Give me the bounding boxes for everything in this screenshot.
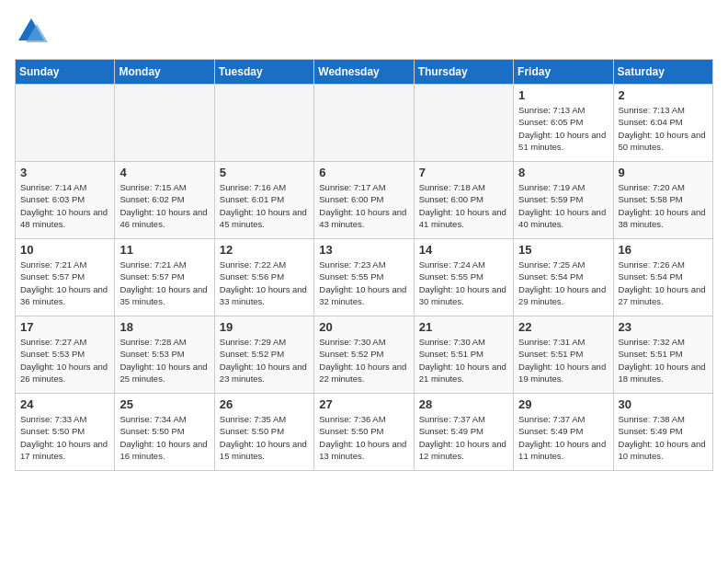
calendar-cell: 13Sunrise: 7:23 AMSunset: 5:55 PMDayligh…	[314, 239, 414, 316]
calendar-cell: 26Sunrise: 7:35 AMSunset: 5:50 PMDayligh…	[214, 394, 313, 471]
cell-content: Sunrise: 7:30 AMSunset: 5:51 PMDaylight:…	[419, 336, 508, 385]
calendar-cell: 16Sunrise: 7:26 AMSunset: 5:54 PMDayligh…	[613, 239, 712, 316]
calendar-cell: 9Sunrise: 7:20 AMSunset: 5:58 PMDaylight…	[613, 162, 712, 239]
cell-content: Sunrise: 7:26 AMSunset: 5:54 PMDaylight:…	[619, 259, 708, 307]
cell-content: Sunrise: 7:20 AMSunset: 5:58 PMDaylight:…	[619, 181, 708, 230]
cell-content: Sunrise: 7:15 AMSunset: 6:02 PMDaylight:…	[119, 181, 209, 230]
day-number: 3	[20, 166, 109, 179]
day-number: 23	[619, 320, 708, 334]
cell-content: Sunrise: 7:37 AMSunset: 5:49 PMDaylight:…	[518, 413, 608, 462]
calendar-week-2: 3Sunrise: 7:14 AMSunset: 6:03 PMDaylight…	[16, 162, 713, 239]
cell-content: Sunrise: 7:34 AMSunset: 5:50 PMDaylight:…	[119, 413, 209, 462]
cell-content: Sunrise: 7:32 AMSunset: 5:51 PMDaylight:…	[619, 336, 708, 385]
day-number: 16	[619, 243, 708, 257]
calendar-cell: 5Sunrise: 7:16 AMSunset: 6:01 PMDaylight…	[214, 162, 313, 239]
calendar-cell: 6Sunrise: 7:17 AMSunset: 6:00 PMDaylight…	[314, 162, 414, 239]
cell-content: Sunrise: 7:31 AMSunset: 5:51 PMDaylight:…	[518, 336, 608, 385]
day-number: 9	[619, 166, 708, 179]
logo	[15, 15, 51, 48]
cell-content: Sunrise: 7:35 AMSunset: 5:50 PMDaylight:…	[220, 413, 309, 462]
calendar-cell: 12Sunrise: 7:22 AMSunset: 5:56 PMDayligh…	[214, 239, 313, 316]
calendar-cell: 18Sunrise: 7:28 AMSunset: 5:53 PMDayligh…	[115, 316, 214, 394]
cell-content: Sunrise: 7:37 AMSunset: 5:49 PMDaylight:…	[419, 413, 508, 462]
cell-content: Sunrise: 7:13 AMSunset: 6:05 PMDaylight:…	[518, 104, 608, 153]
day-number: 21	[419, 320, 508, 334]
calendar-cell: 14Sunrise: 7:24 AMSunset: 5:55 PMDayligh…	[414, 239, 513, 316]
cell-content: Sunrise: 7:33 AMSunset: 5:50 PMDaylight:…	[20, 413, 109, 462]
day-number: 4	[119, 166, 209, 179]
day-number: 24	[20, 397, 109, 411]
calendar-cell: 10Sunrise: 7:21 AMSunset: 5:57 PMDayligh…	[16, 239, 115, 316]
day-number: 15	[518, 243, 608, 257]
day-number: 20	[319, 320, 408, 334]
calendar-cell: 21Sunrise: 7:30 AMSunset: 5:51 PMDayligh…	[414, 316, 513, 394]
cell-content: Sunrise: 7:36 AMSunset: 5:50 PMDaylight:…	[319, 413, 408, 462]
day-number: 2	[619, 88, 708, 102]
calendar-cell: 24Sunrise: 7:33 AMSunset: 5:50 PMDayligh…	[16, 394, 115, 471]
calendar-cell	[115, 85, 214, 162]
cell-content: Sunrise: 7:30 AMSunset: 5:52 PMDaylight:…	[319, 336, 408, 385]
cell-content: Sunrise: 7:21 AMSunset: 5:57 PMDaylight:…	[119, 259, 209, 307]
calendar-cell: 3Sunrise: 7:14 AMSunset: 6:03 PMDaylight…	[16, 162, 115, 239]
calendar-cell: 30Sunrise: 7:38 AMSunset: 5:49 PMDayligh…	[613, 394, 712, 471]
calendar-cell: 8Sunrise: 7:19 AMSunset: 5:59 PMDaylight…	[514, 162, 613, 239]
day-number: 14	[419, 243, 508, 257]
day-number: 18	[119, 320, 209, 334]
calendar-cell: 23Sunrise: 7:32 AMSunset: 5:51 PMDayligh…	[613, 316, 712, 394]
page-header	[15, 15, 713, 48]
cell-content: Sunrise: 7:21 AMSunset: 5:57 PMDaylight:…	[20, 259, 109, 307]
cell-content: Sunrise: 7:13 AMSunset: 6:04 PMDaylight:…	[619, 104, 708, 153]
day-number: 8	[518, 166, 608, 179]
calendar-cell: 28Sunrise: 7:37 AMSunset: 5:49 PMDayligh…	[414, 394, 513, 471]
calendar-cell: 19Sunrise: 7:29 AMSunset: 5:52 PMDayligh…	[214, 316, 313, 394]
day-number: 5	[220, 166, 309, 179]
cell-content: Sunrise: 7:38 AMSunset: 5:49 PMDaylight:…	[619, 413, 708, 462]
cell-content: Sunrise: 7:27 AMSunset: 5:53 PMDaylight:…	[20, 336, 109, 385]
calendar-cell: 11Sunrise: 7:21 AMSunset: 5:57 PMDayligh…	[115, 239, 214, 316]
day-header-friday: Friday	[514, 60, 613, 85]
day-header-sunday: Sunday	[16, 60, 115, 85]
day-number: 25	[119, 397, 209, 411]
cell-content: Sunrise: 7:22 AMSunset: 5:56 PMDaylight:…	[220, 259, 309, 307]
cell-content: Sunrise: 7:16 AMSunset: 6:01 PMDaylight:…	[220, 181, 309, 230]
day-number: 6	[319, 166, 408, 179]
day-number: 13	[319, 243, 408, 257]
calendar-cell	[314, 85, 414, 162]
calendar-cell: 22Sunrise: 7:31 AMSunset: 5:51 PMDayligh…	[514, 316, 613, 394]
calendar-cell	[414, 85, 513, 162]
cell-content: Sunrise: 7:17 AMSunset: 6:00 PMDaylight:…	[319, 181, 408, 230]
cell-content: Sunrise: 7:19 AMSunset: 5:59 PMDaylight:…	[518, 181, 608, 230]
cell-content: Sunrise: 7:18 AMSunset: 6:00 PMDaylight:…	[419, 181, 508, 230]
calendar-cell: 1Sunrise: 7:13 AMSunset: 6:05 PMDaylight…	[514, 85, 613, 162]
day-number: 1	[518, 88, 608, 102]
calendar-table: SundayMondayTuesdayWednesdayThursdayFrid…	[15, 59, 713, 471]
calendar-week-1: 1Sunrise: 7:13 AMSunset: 6:05 PMDaylight…	[16, 85, 713, 162]
day-number: 7	[419, 166, 508, 179]
day-number: 30	[619, 397, 708, 411]
cell-content: Sunrise: 7:25 AMSunset: 5:54 PMDaylight:…	[518, 259, 608, 307]
day-number: 11	[119, 243, 209, 257]
calendar-cell: 29Sunrise: 7:37 AMSunset: 5:49 PMDayligh…	[514, 394, 613, 471]
calendar-week-3: 10Sunrise: 7:21 AMSunset: 5:57 PMDayligh…	[16, 239, 713, 316]
day-number: 17	[20, 320, 109, 334]
day-number: 27	[319, 397, 408, 411]
calendar-cell: 7Sunrise: 7:18 AMSunset: 6:00 PMDaylight…	[414, 162, 513, 239]
calendar-header: SundayMondayTuesdayWednesdayThursdayFrid…	[16, 60, 713, 85]
calendar-cell	[214, 85, 313, 162]
day-number: 22	[518, 320, 608, 334]
logo-icon	[15, 15, 48, 48]
cell-content: Sunrise: 7:24 AMSunset: 5:55 PMDaylight:…	[419, 259, 508, 307]
day-header-monday: Monday	[115, 60, 214, 85]
day-header-thursday: Thursday	[414, 60, 513, 85]
day-number: 28	[419, 397, 508, 411]
calendar-week-4: 17Sunrise: 7:27 AMSunset: 5:53 PMDayligh…	[16, 316, 713, 394]
calendar-cell: 2Sunrise: 7:13 AMSunset: 6:04 PMDaylight…	[613, 85, 712, 162]
calendar-cell: 20Sunrise: 7:30 AMSunset: 5:52 PMDayligh…	[314, 316, 414, 394]
day-header-tuesday: Tuesday	[214, 60, 313, 85]
cell-content: Sunrise: 7:23 AMSunset: 5:55 PMDaylight:…	[319, 259, 408, 307]
day-number: 10	[20, 243, 109, 257]
calendar-cell	[16, 85, 115, 162]
day-number: 29	[518, 397, 608, 411]
cell-content: Sunrise: 7:28 AMSunset: 5:53 PMDaylight:…	[119, 336, 209, 385]
cell-content: Sunrise: 7:29 AMSunset: 5:52 PMDaylight:…	[220, 336, 309, 385]
